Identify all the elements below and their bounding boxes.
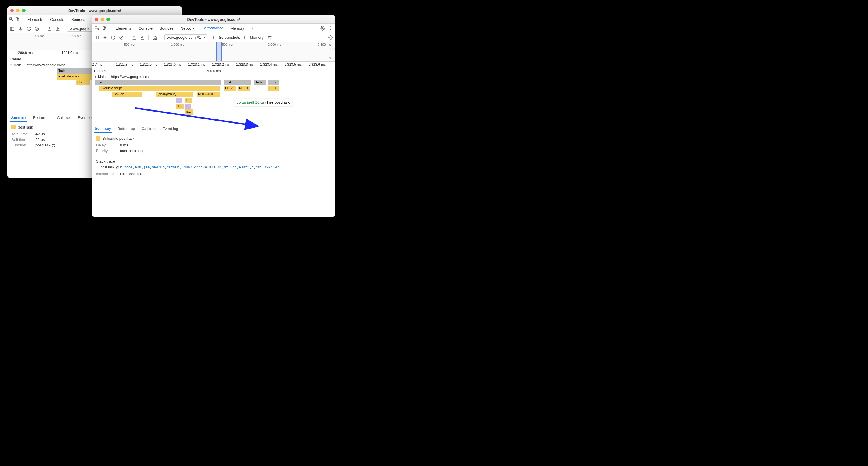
svg-rect-14 <box>103 26 105 30</box>
tabs-overflow-button[interactable]: » <box>248 24 256 32</box>
ruler-tick: 1,323.5 ms <box>284 62 302 67</box>
tab-console[interactable]: Console <box>135 24 155 32</box>
flame-bar[interactable]: Task <box>95 80 221 85</box>
overview-tick: 2,000 ms <box>268 43 281 47</box>
overview-tick: 500 ms <box>124 43 135 47</box>
minimize-icon[interactable] <box>101 18 104 21</box>
reload-icon[interactable] <box>110 34 117 41</box>
category-swatch <box>11 125 16 129</box>
net-lane-label: NET <box>329 56 335 60</box>
self-time-label: Self time <box>11 137 32 142</box>
main-track[interactable]: ▼Main — https://www.google.com/ <box>92 74 335 80</box>
tab-memory[interactable]: Memory <box>228 24 247 32</box>
initiator-for-value: Fire postTask <box>120 172 143 176</box>
overview-handle[interactable] <box>216 42 222 61</box>
kebab-icon[interactable] <box>327 25 334 31</box>
garbage-collect-icon[interactable] <box>267 34 273 41</box>
flame-bar[interactable]: Run …sks <box>197 92 220 97</box>
tab-sources[interactable]: Sources <box>68 16 88 24</box>
tab-sources[interactable]: Sources <box>157 24 177 32</box>
svg-point-23 <box>104 37 105 38</box>
flame-bar[interactable]: Evaluate script <box>99 86 220 91</box>
ruler-tick: 1,322.9 ms <box>140 62 157 67</box>
screenshots-checkbox[interactable] <box>213 35 217 39</box>
download-icon[interactable] <box>55 26 61 32</box>
summary-pane: Schedule postTask Delay0 ms Priorityuser… <box>92 133 335 216</box>
tab-bottom-up[interactable]: Bottom-up <box>117 125 136 133</box>
download-icon[interactable] <box>139 34 146 41</box>
flame-bar[interactable]: r… <box>185 98 191 103</box>
priority-label: Priority <box>96 148 117 153</box>
gear-icon[interactable] <box>319 25 326 31</box>
minimize-icon[interactable] <box>16 9 20 12</box>
flame-bar[interactable]: f <box>185 104 191 109</box>
traffic-lights <box>10 9 26 12</box>
clear-icon[interactable] <box>34 26 40 32</box>
inspect-icon[interactable] <box>94 25 100 31</box>
tab-elements[interactable]: Elements <box>24 16 46 24</box>
reload-icon[interactable] <box>26 26 32 32</box>
tab-call-tree[interactable]: Call tree <box>57 114 72 121</box>
url-select[interactable]: www.google.com #1 ▼ <box>164 34 207 40</box>
titlebar[interactable]: DevTools - www.google.com/ <box>7 6 182 15</box>
flame-bar[interactable]: Co…de <box>112 92 142 97</box>
memory-checkbox[interactable] <box>244 35 248 39</box>
tab-bottom-up[interactable]: Bottom-up <box>33 114 51 121</box>
record-icon[interactable] <box>17 26 24 32</box>
svg-rect-20 <box>95 36 99 39</box>
toggle-pane-icon[interactable] <box>9 26 16 32</box>
frames-track[interactable]: Frames 500.0 ms <box>92 68 335 74</box>
detail-tabs: Summary Bottom-up Call tree Event log <box>92 124 335 133</box>
svg-rect-1 <box>16 18 18 21</box>
tab-network[interactable]: Network <box>178 24 198 32</box>
ruler-tick: 1,323.3 ms <box>236 62 253 67</box>
flame-bar[interactable]: p… <box>185 110 193 115</box>
flame-bar[interactable]: T…k <box>268 80 279 85</box>
overview-tick: 500 ms <box>222 43 232 47</box>
gear-icon[interactable] <box>327 34 334 41</box>
clear-icon[interactable] <box>118 34 125 41</box>
ruler-tick: 2.7 ms <box>92 62 102 67</box>
zoom-icon[interactable] <box>106 18 110 21</box>
flame-bar[interactable]: Co…e <box>76 80 90 85</box>
tab-summary[interactable]: Summary <box>10 113 27 122</box>
function-value: postTask @ <box>35 143 56 147</box>
upload-icon[interactable] <box>131 34 137 41</box>
flame-bar[interactable]: F…k <box>268 86 279 91</box>
memory-label: Memory <box>250 35 264 39</box>
upload-icon[interactable] <box>46 26 53 32</box>
tab-performance[interactable]: Performance <box>198 24 226 32</box>
tab-event-log[interactable]: Event log <box>162 125 179 133</box>
tab-call-tree[interactable]: Call tree <box>141 125 156 133</box>
stack-trace-label: Stack trace <box>96 159 331 164</box>
flame-bar[interactable]: Task <box>224 80 251 85</box>
flame-bar[interactable]: (anonymous) <box>156 92 193 97</box>
home-icon[interactable] <box>152 34 158 41</box>
flame-bar[interactable]: Task <box>254 80 266 85</box>
zoom-icon[interactable] <box>22 9 26 12</box>
tab-console[interactable]: Console <box>47 16 67 24</box>
time-ruler[interactable]: 2.7 ms1,322.8 ms1,322.9 ms1,323.0 ms1,32… <box>92 62 335 68</box>
inspect-icon[interactable] <box>9 16 14 23</box>
overview-timeline[interactable]: 500 ms 1,000 ms 500 ms 2,000 ms 2,500 ms… <box>92 42 335 62</box>
tab-elements[interactable]: Elements <box>113 24 134 32</box>
flame-bar[interactable]: p… <box>176 104 184 109</box>
tab-summary[interactable]: Summary <box>94 124 112 133</box>
delay-value: 0 ms <box>120 143 128 147</box>
flame-chart[interactable]: TaskTaskTaskT…kEvaluate scriptFi…kRu…sF…… <box>92 80 335 124</box>
toggle-pane-icon[interactable] <box>94 34 100 41</box>
ruler-tick: 1281.0 ms <box>62 51 78 55</box>
close-icon[interactable] <box>10 9 14 12</box>
frames-time: 500.0 ms <box>206 69 221 73</box>
svg-point-18 <box>330 28 331 28</box>
device-icon[interactable] <box>15 16 20 23</box>
titlebar[interactable]: DevTools - www.google.com/ <box>92 15 335 24</box>
device-icon[interactable] <box>101 25 107 31</box>
overview-tick: 500 ms <box>34 34 44 37</box>
close-icon[interactable] <box>95 18 98 21</box>
flame-bar[interactable]: Fi…k <box>224 86 236 91</box>
stack-trace-link[interactable]: m=cdos,hsm,jsa,mb4ZUb,cEt90b,SNUn3,qddgK… <box>120 165 279 169</box>
record-icon[interactable] <box>102 34 108 41</box>
flame-bar[interactable]: f <box>176 98 182 103</box>
flame-bar[interactable]: Ru…s <box>238 86 250 91</box>
